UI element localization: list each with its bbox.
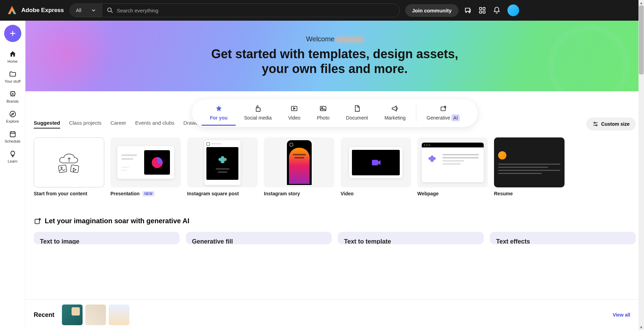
recent-thumbnail[interactable]: [109, 305, 129, 325]
card-label: Instagram square post: [187, 191, 258, 196]
template-card-presentation[interactable]: Presentation NEW: [110, 137, 181, 196]
folder-icon: [9, 70, 17, 78]
join-community-button[interactable]: Join community: [405, 4, 459, 17]
category-selector: For you Social media Video Photo Documen…: [192, 99, 477, 127]
pie-chart-icon: [150, 156, 164, 169]
search-input[interactable]: [117, 8, 394, 13]
view-all-link[interactable]: View all: [613, 312, 630, 318]
ai-card-text-to-image[interactable]: Text to image: [34, 232, 180, 244]
ai-card-text-to-template[interactable]: Text to template: [338, 232, 484, 244]
brand-name: Adobe Express: [21, 7, 64, 14]
template-card-instagram-square[interactable]: Instagram square post: [187, 137, 258, 196]
tab-career[interactable]: Career: [110, 120, 126, 128]
bell-icon[interactable]: [493, 7, 501, 14]
tab-suggested[interactable]: Suggested: [34, 120, 60, 128]
adobe-express-logo-icon: [7, 5, 17, 16]
user-avatar[interactable]: [507, 4, 519, 16]
image-icon: [320, 105, 327, 112]
category-label: Social media: [244, 115, 272, 121]
svg-point-6: [10, 111, 15, 117]
category-label: Document: [346, 115, 368, 121]
ai-card-title: Text to image: [40, 238, 173, 244]
flower-icon: [427, 154, 438, 165]
recent-thumbnail[interactable]: [62, 305, 83, 325]
custom-size-button[interactable]: Custom size: [586, 117, 636, 131]
template-card-start-from-content[interactable]: Start from your content: [34, 137, 104, 196]
svg-rect-7: [10, 132, 15, 137]
template-card-webpage[interactable]: Webpage: [417, 137, 488, 196]
category-marketing[interactable]: Marketing: [376, 105, 414, 126]
template-card-instagram-story[interactable]: Instagram story: [264, 137, 334, 196]
scroll-up-arrow-icon[interactable]: ▲: [638, 0, 644, 6]
card-label: Webpage: [417, 191, 488, 196]
megaphone-icon: [391, 105, 399, 112]
plus-icon: [9, 30, 17, 37]
ai-card-generative-fill[interactable]: Generative fill: [186, 232, 332, 244]
create-new-button[interactable]: [4, 25, 21, 42]
category-video[interactable]: Video: [280, 105, 309, 126]
apps-grid-icon[interactable]: [479, 7, 486, 14]
category-document[interactable]: Document: [338, 105, 376, 126]
category-label: Marketing: [385, 115, 406, 121]
ai-section-header: Let your imagination soar with generativ…: [34, 217, 636, 225]
scrollbar-thumb[interactable]: [639, 6, 644, 74]
sidebar-item-label: Schedule: [5, 139, 21, 143]
flower-icon: [216, 154, 229, 166]
svg-point-12: [594, 122, 595, 124]
svg-rect-19: [35, 219, 40, 224]
sliders-icon: [592, 121, 599, 127]
svg-point-15: [61, 167, 62, 168]
sidebar-item-learn[interactable]: Learn: [0, 147, 25, 166]
ai-badge: AI: [452, 114, 460, 121]
tab-events-and-clubs[interactable]: Events and clubs: [135, 120, 174, 128]
custom-size-label: Custom size: [601, 121, 630, 127]
card-preview: [494, 137, 565, 187]
template-card-resume[interactable]: Resume: [494, 137, 565, 196]
category-for-you[interactable]: For you: [202, 105, 236, 126]
card-preview: [187, 137, 258, 187]
welcome-greeting: Welcomexxxx: [25, 35, 644, 43]
sidebar-item-label: Home: [8, 59, 18, 63]
template-card-video[interactable]: Video: [341, 137, 411, 196]
search-bar: All: [69, 3, 400, 17]
recent-thumbnail[interactable]: [85, 305, 106, 325]
tab-class-projects[interactable]: Class projects: [69, 120, 101, 128]
sidebar-item-explore[interactable]: Explore: [0, 107, 25, 126]
svg-text:B: B: [12, 93, 14, 96]
svg-point-13: [595, 125, 597, 126]
category-label: Photo: [317, 115, 330, 121]
generative-ai-section: Let your imagination soar with generativ…: [34, 217, 636, 244]
category-social-media[interactable]: Social media: [236, 105, 280, 126]
vertical-scrollbar[interactable]: ▲ ▼: [638, 0, 644, 330]
sidebar-item-home[interactable]: Home: [0, 48, 25, 66]
brand-logo[interactable]: Adobe Express: [7, 5, 64, 16]
user-name-redacted: xxxx: [336, 37, 364, 43]
category-photo[interactable]: Photo: [309, 105, 338, 126]
search-filter-dropdown[interactable]: All: [70, 4, 102, 17]
category-generative[interactable]: GenerativeAI: [418, 105, 468, 126]
card-label: Presentation NEW: [110, 191, 181, 196]
compass-icon: [9, 110, 17, 118]
sidebar-item-schedule[interactable]: Schedule: [0, 127, 25, 146]
sidebar-item-brands[interactable]: B Brands: [0, 87, 25, 106]
card-label: Instagram story: [264, 191, 334, 196]
left-sidebar: Home Your stuff B Brands Explore Schedul…: [0, 21, 25, 330]
card-preview: [417, 137, 488, 187]
thumbs-up-icon: [254, 105, 262, 112]
chevron-down-icon: [92, 8, 96, 12]
upload-illustration-icon: [52, 149, 86, 176]
chat-icon[interactable]: [464, 7, 472, 14]
scroll-down-arrow-icon[interactable]: ▼: [638, 324, 644, 330]
home-icon: [9, 50, 17, 58]
hero-title: Get started with templates, design asset…: [25, 47, 644, 76]
ai-card-text-effects[interactable]: Text effects: [490, 232, 636, 244]
hero-title-line2: your own files and more.: [25, 61, 644, 76]
sidebar-item-your-stuff[interactable]: Your stuff: [0, 68, 25, 86]
brands-icon: B: [9, 90, 17, 98]
ai-card-title: Text to template: [344, 238, 477, 244]
sparkle-icon: [34, 217, 41, 225]
template-cards-row: Start from your content: [34, 137, 636, 196]
svg-rect-4: [483, 11, 485, 13]
card-preview: [264, 137, 334, 187]
calendar-icon: [9, 130, 17, 138]
